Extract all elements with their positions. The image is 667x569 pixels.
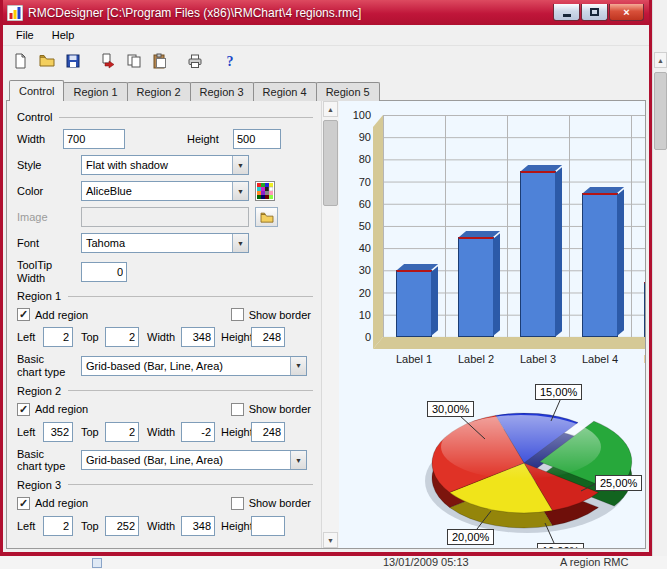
- region3-width-input[interactable]: [181, 516, 215, 536]
- close-icon: ×: [623, 6, 629, 18]
- region3-left-input[interactable]: [43, 516, 73, 536]
- window-title: RMCDesigner [C:\Program Files (x86)\RMCh…: [28, 6, 548, 20]
- section-title: Region 2: [17, 385, 61, 397]
- save-icon: [65, 53, 81, 69]
- region3-height-input[interactable]: [251, 516, 285, 536]
- chevron-down-icon[interactable]: ▼: [232, 156, 248, 174]
- pie-label: 20,00%: [447, 529, 494, 545]
- close-button[interactable]: ×: [609, 4, 644, 21]
- add-region-checkbox-group[interactable]: Add region: [17, 308, 88, 321]
- region1-height-input[interactable]: [251, 327, 285, 347]
- region3-top-input[interactable]: [105, 516, 139, 536]
- region1-top-input[interactable]: [105, 327, 139, 347]
- chevron-down-icon[interactable]: ▼: [290, 451, 306, 469]
- region2-width-input[interactable]: [181, 422, 215, 442]
- region1-width-input[interactable]: [181, 327, 215, 347]
- new-document-icon: [13, 53, 29, 69]
- tooltip-width-label: ToolTip Width: [17, 259, 81, 284]
- toolbar: ?: [3, 46, 649, 75]
- chevron-down-icon[interactable]: ▼: [232, 234, 248, 252]
- scroll-down-button[interactable]: ▼: [323, 532, 338, 548]
- show-border-checkbox-group[interactable]: Show border: [231, 308, 311, 321]
- browse-image-button[interactable]: [255, 207, 278, 227]
- region2-chart-type-combobox[interactable]: Grid-based (Bar, Line, Area) ▼: [81, 450, 307, 470]
- open-button[interactable]: [35, 49, 58, 72]
- bar-yaxis: 0102030405060708090100: [347, 107, 371, 369]
- tab-region-4[interactable]: Region 4: [253, 82, 317, 101]
- tab-region-1[interactable]: Region 1: [63, 82, 127, 101]
- save-button[interactable]: [61, 49, 84, 72]
- color-combobox[interactable]: AliceBlue ▼: [81, 181, 249, 201]
- add-region-checkbox[interactable]: [17, 308, 30, 321]
- width-label: Width: [17, 133, 63, 145]
- file-date-text: 13/01/2009 05:13: [383, 556, 469, 569]
- file-icon: [92, 558, 102, 568]
- file-type-text: A region RMC: [560, 556, 628, 569]
- font-value: Tahoma: [82, 237, 232, 249]
- paste-button[interactable]: [148, 49, 171, 72]
- maximize-button[interactable]: [581, 4, 608, 21]
- chevron-down-icon[interactable]: ▼: [232, 182, 248, 200]
- tab-control[interactable]: Control: [9, 80, 64, 101]
- color-picker-button[interactable]: [255, 181, 275, 201]
- bar: [569, 115, 631, 337]
- show-border-checkbox-group[interactable]: Show border: [231, 497, 311, 510]
- pie-label: 25,00%: [595, 475, 642, 491]
- add-region-label: Add region: [35, 497, 88, 509]
- color-value: AliceBlue: [82, 185, 232, 197]
- left-label: Left: [17, 426, 43, 438]
- region2-left-input[interactable]: [43, 422, 73, 442]
- chart-type-value: Grid-based (Bar, Line, Area): [82, 360, 290, 372]
- top-label: Top: [81, 520, 105, 532]
- width-label: Width: [147, 426, 181, 438]
- region1-left-input[interactable]: [43, 327, 73, 347]
- copy-button[interactable]: [122, 49, 145, 72]
- show-border-checkbox[interactable]: [231, 403, 244, 416]
- tooltip-width-input[interactable]: [81, 262, 127, 282]
- control-height-input[interactable]: [233, 129, 281, 149]
- chart-type-value: Grid-based (Bar, Line, Area): [82, 454, 290, 466]
- tab-content-panel: Control Width Height Style Flat with sha…: [6, 100, 646, 549]
- bar: [445, 115, 507, 337]
- tab-region-2[interactable]: Region 2: [127, 82, 191, 101]
- background-scrollbar-thumb[interactable]: [654, 72, 667, 150]
- font-label: Font: [17, 237, 81, 249]
- style-combobox[interactable]: Flat with shadow ▼: [81, 155, 249, 175]
- add-region-checkbox-group[interactable]: Add region: [17, 403, 88, 416]
- background-scroll-up-button[interactable]: ▲: [654, 52, 667, 68]
- help-button[interactable]: ?: [218, 49, 241, 72]
- left-label: Left: [17, 520, 43, 532]
- basic-chart-type-label: Basic chart type: [17, 353, 81, 378]
- svg-text:?: ?: [226, 54, 233, 69]
- form-scrollbar[interactable]: ▲ ▼: [321, 101, 339, 548]
- font-combobox[interactable]: Tahoma ▼: [81, 233, 249, 253]
- menu-help[interactable]: Help: [43, 26, 84, 44]
- image-path-input: [81, 207, 249, 227]
- print-button[interactable]: [183, 49, 206, 72]
- show-border-checkbox-group[interactable]: Show border: [231, 403, 311, 416]
- menu-file[interactable]: File: [7, 26, 43, 44]
- tab-region-5[interactable]: Region 5: [316, 82, 380, 101]
- control-width-input[interactable]: [63, 129, 125, 149]
- add-region-checkbox-group[interactable]: Add region: [17, 497, 88, 510]
- scrollbar-thumb[interactable]: [323, 120, 338, 206]
- titlebar[interactable]: RMCDesigner [C:\Program Files (x86)\RMCh…: [3, 0, 649, 25]
- add-region-checkbox[interactable]: [17, 497, 30, 510]
- y-tick-label: 60: [359, 198, 371, 210]
- y-tick-label: 40: [359, 242, 371, 254]
- section-divider: [68, 484, 313, 485]
- show-border-checkbox[interactable]: [231, 497, 244, 510]
- export-button[interactable]: [96, 49, 119, 72]
- minimize-button[interactable]: [553, 4, 580, 21]
- show-border-checkbox[interactable]: [231, 308, 244, 321]
- height-label: Height: [187, 133, 233, 145]
- add-region-checkbox[interactable]: [17, 403, 30, 416]
- tab-region-3[interactable]: Region 3: [190, 82, 254, 101]
- chevron-down-icon[interactable]: ▼: [290, 357, 306, 375]
- y-tick-label: 80: [359, 153, 371, 165]
- region1-chart-type-combobox[interactable]: Grid-based (Bar, Line, Area) ▼: [81, 356, 307, 376]
- new-button[interactable]: [9, 49, 32, 72]
- region2-top-input[interactable]: [105, 422, 139, 442]
- scroll-up-button[interactable]: ▲: [323, 101, 338, 117]
- region2-height-input[interactable]: [251, 422, 285, 442]
